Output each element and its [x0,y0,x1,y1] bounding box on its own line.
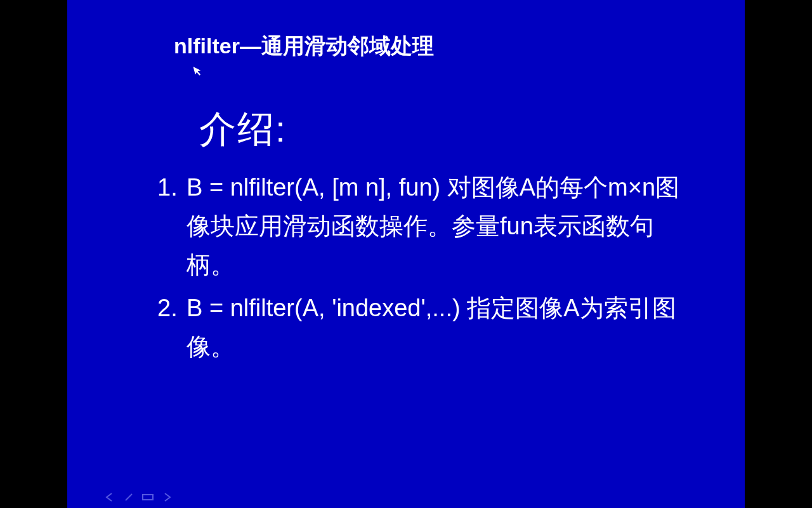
list-text: B = nlfilter(A, 'indexed',...) 指定图像A为索引图… [187,289,694,366]
next-slide-icon[interactable] [162,493,173,502]
slide-title: nlfilter—通用滑动邻域处理 [174,32,434,61]
list-item: 2. B = nlfilter(A, 'indexed',...) 指定图像A为… [154,289,694,366]
prev-slide-icon[interactable] [105,493,115,502]
list-item: 1. B = nlfilter(A, [m n], fun) 对图像A的每个m×… [154,168,694,284]
list-number: 1. [154,168,187,284]
pen-icon[interactable] [124,493,133,502]
slide: nlfilter—通用滑动邻域处理 介绍: 1. B = nlfilter(A,… [67,0,745,508]
list-text: B = nlfilter(A, [m n], fun) 对图像A的每个m×n图像… [187,168,694,284]
mouse-cursor-icon [192,64,204,81]
slideshow-nav [105,493,173,502]
svg-rect-0 [143,495,153,500]
section-heading: 介绍: [199,105,287,154]
list-number: 2. [154,289,187,366]
menu-icon[interactable] [142,493,154,501]
content-list: 1. B = nlfilter(A, [m n], fun) 对图像A的每个m×… [154,168,694,371]
